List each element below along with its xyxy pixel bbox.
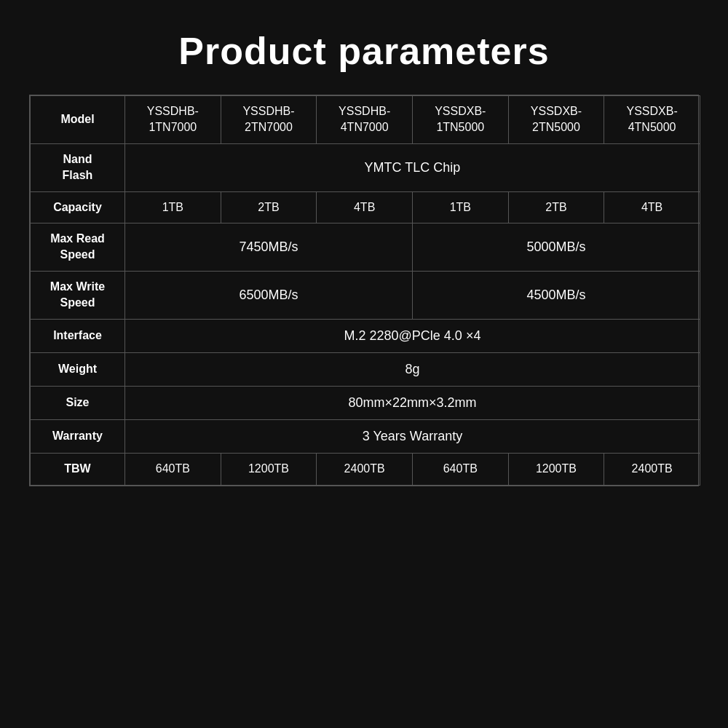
- value-left-max_write: 6500MB/s: [125, 271, 413, 319]
- row-interface: InterfaceM.2 2280@PCle 4.0 ×4: [31, 319, 700, 352]
- product-table: ModelYSSDHB- 1TN7000YSSDHB- 2TN7000YSSDH…: [29, 95, 699, 486]
- row-max_write: Max Write Speed6500MB/s4500MB/s: [31, 271, 700, 319]
- label-max_read: Max Read Speed: [31, 223, 125, 271]
- cell-capacity-4: 2TB: [508, 191, 604, 223]
- label-warranty: Warranty: [31, 420, 125, 454]
- label-nand: Nand Flash: [31, 143, 125, 191]
- row-tbw: TBW640TB1200TB2400TB640TB1200TB2400TB: [31, 454, 700, 485]
- label-max_write: Max Write Speed: [31, 271, 125, 319]
- cell-tbw-5: 2400TB: [604, 454, 700, 485]
- value-right-max_read: 5000MB/s: [412, 223, 700, 271]
- cell-capacity-5: 4TB: [604, 191, 700, 223]
- value-interface: M.2 2280@PCle 4.0 ×4: [125, 319, 700, 352]
- cell-capacity-0: 1TB: [125, 191, 221, 223]
- value-right-max_write: 4500MB/s: [412, 271, 700, 319]
- cell-tbw-3: 640TB: [412, 454, 508, 485]
- row-nand: Nand FlashYMTC TLC Chip: [31, 143, 700, 191]
- value-weight: 8g: [125, 352, 700, 386]
- label-capacity: Capacity: [31, 191, 125, 223]
- cell-header-4: YSSDXB- 2TN5000: [508, 96, 604, 144]
- value-warranty: 3 Years Warranty: [125, 420, 700, 454]
- page-title: Product parameters: [178, 29, 549, 73]
- cell-tbw-4: 1200TB: [508, 454, 604, 485]
- cell-tbw-0: 640TB: [125, 454, 221, 485]
- value-size: 80mm×22mm×3.2mm: [125, 386, 700, 419]
- label-tbw: TBW: [31, 454, 125, 485]
- cell-capacity-2: 4TB: [317, 191, 413, 223]
- value-left-max_read: 7450MB/s: [125, 223, 413, 271]
- label-size: Size: [31, 386, 125, 419]
- cell-tbw-2: 2400TB: [317, 454, 413, 485]
- row-warranty: Warranty3 Years Warranty: [31, 420, 700, 454]
- value-nand: YMTC TLC Chip: [125, 143, 700, 191]
- cell-header-5: YSSDXB- 4TN5000: [604, 96, 700, 144]
- cell-header-1: YSSDHB- 2TN7000: [221, 96, 317, 144]
- cell-tbw-1: 1200TB: [221, 454, 317, 485]
- row-max_read: Max Read Speed7450MB/s5000MB/s: [31, 223, 700, 271]
- cell-capacity-1: 2TB: [221, 191, 317, 223]
- cell-header-0: YSSDHB- 1TN7000: [125, 96, 221, 144]
- row-capacity: Capacity1TB2TB4TB1TB2TB4TB: [31, 191, 700, 223]
- cell-header-2: YSSDHB- 4TN7000: [317, 96, 413, 144]
- cell-capacity-3: 1TB: [412, 191, 508, 223]
- cell-header-3: YSSDXB- 1TN5000: [412, 96, 508, 144]
- row-header: ModelYSSDHB- 1TN7000YSSDHB- 2TN7000YSSDH…: [31, 96, 700, 144]
- row-size: Size80mm×22mm×3.2mm: [31, 386, 700, 419]
- label-weight: Weight: [31, 352, 125, 386]
- label-interface: Interface: [31, 319, 125, 352]
- label-header: Model: [31, 96, 125, 144]
- row-weight: Weight8g: [31, 352, 700, 386]
